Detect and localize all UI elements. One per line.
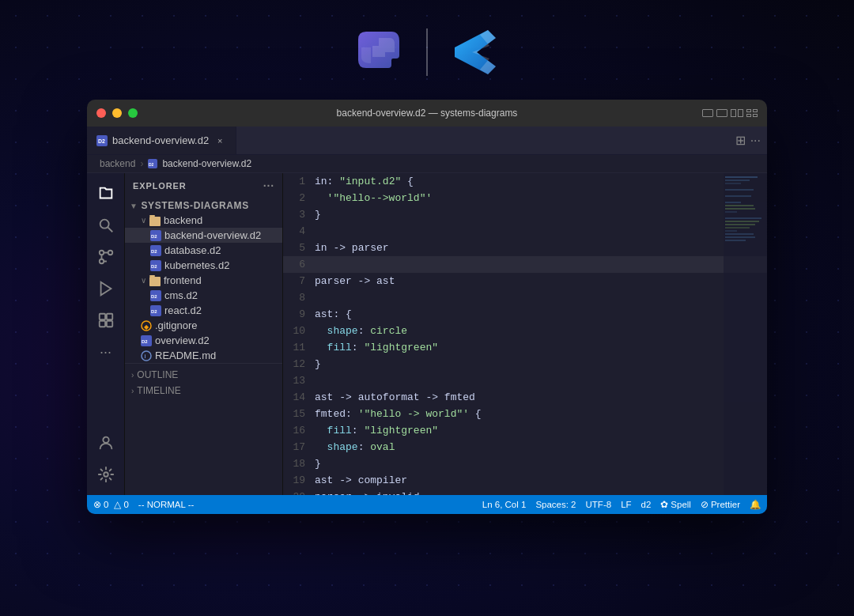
warning-icon: △ [114,499,121,510]
title-icons [702,109,758,117]
timeline-panel[interactable]: › TIMELINE [125,383,282,399]
code-line-6: 6 [283,256,767,273]
line-num-10: 10 [283,325,315,337]
logos-area [350,0,504,100]
svg-rect-16 [149,217,161,226]
activity-run[interactable] [92,274,120,303]
tab-close-button[interactable]: × [214,134,226,147]
svg-marker-9 [100,282,111,296]
svg-text:D2: D2 [151,249,157,254]
code-line-19: 19 ast -> compiler [283,472,767,489]
svg-rect-11 [106,314,111,319]
svg-text:D2: D2 [151,264,157,269]
svg-point-6 [99,251,104,255]
svg-line-5 [108,227,112,232]
spell-icon: ✿ [660,499,668,510]
extensions-icon [97,312,115,329]
file-backend-overview[interactable]: D2 backend-overview.d2 [125,228,282,243]
split-editor-button[interactable]: ⊞ [735,133,746,148]
layout-icon-3[interactable] [731,109,743,117]
close-button[interactable] [96,108,106,118]
explorer-more-button[interactable]: ··· [263,180,274,192]
status-encoding[interactable]: UTF-8 [586,500,612,509]
line-content-19: ast -> compiler [315,474,407,486]
activity-more[interactable]: ··· [92,338,120,366]
code-line-18: 18 } [283,455,767,472]
workspace-root[interactable]: ▼ SYSTEMS-DIAGRAMS [125,198,282,213]
line-num-19: 19 [283,474,315,486]
layout-icon-2[interactable] [716,109,727,117]
d2-file-icon-4: D2 [150,290,161,301]
activity-search[interactable] [92,211,120,240]
tab-bar: D2 backend-overview.d2 × ⊞ ··· [87,127,767,155]
status-spaces[interactable]: Spaces: 2 [535,500,576,509]
file-database-label: database.d2 [164,244,221,256]
status-lang[interactable]: d2 [641,500,652,509]
svg-text:◆: ◆ [144,323,149,331]
warning-count: 0 [123,500,128,509]
file-react[interactable]: D2 react.d2 [125,303,282,318]
ln-col: Ln 6, Col 1 [482,500,527,509]
code-line-7: 7 parser -> ast [283,273,767,289]
line-num-17: 17 [283,441,315,453]
breadcrumb-part-2[interactable]: backend-overview.d2 [162,158,251,169]
vim-mode: -- NORMAL -- [138,500,194,509]
active-tab[interactable]: D2 backend-overview.d2 × [87,127,236,154]
status-eol[interactable]: LF [621,500,631,509]
file-gitignore[interactable]: ◆ .gitignore [125,318,282,333]
file-overview-label: overview.d2 [155,334,210,346]
line-content-5: in -> parser [315,242,389,254]
line-num-2: 2 [283,192,315,204]
status-prettier[interactable]: ⊘ Prettier [701,499,740,510]
outline-panel[interactable]: › OUTLINE [125,367,282,383]
file-kubernetes[interactable]: D2 kubernetes.d2 [125,258,282,273]
timeline-chevron: › [131,387,134,395]
folder-frontend[interactable]: ∨ frontend [125,273,282,288]
traffic-lights [96,108,138,118]
layout-icon-4[interactable] [746,109,758,117]
svg-text:D2: D2 [151,294,157,299]
svg-rect-13 [106,321,111,327]
folder-icon [149,215,161,226]
code-line-2: 2 '"hello-->world"' [283,190,767,206]
bottom-panels: › OUTLINE › TIMELINE [125,363,282,402]
file-overview[interactable]: D2 overview.d2 [125,333,282,348]
file-readme[interactable]: i README.md [125,348,282,363]
status-position[interactable]: Ln 6, Col 1 [482,500,527,509]
code-line-17: 17 shape: oval [283,439,767,455]
svg-rect-24 [149,277,161,286]
account-icon [97,434,115,452]
d2-file-icon-6: D2 [141,335,152,346]
activity-explorer[interactable] [92,180,120,208]
status-notifications[interactable]: 🔔 [750,499,761,510]
folder-backend[interactable]: ∨ backend [125,213,282,228]
code-line-9: 9 ast: { [283,306,767,323]
line-num-18: 18 [283,458,315,470]
activity-account[interactable] [92,429,120,457]
d2-file-icon-tab: D2 [96,135,108,146]
line-num-6: 6 [283,259,315,270]
activity-source-control[interactable] [92,243,120,271]
tab-actions: ⊞ ··· [735,133,767,148]
status-errors[interactable]: ⊗ 0 △ 0 [93,499,129,510]
editor-body: D2 backend-overview.d2 × ⊞ ··· backend ›… [87,127,767,514]
breadcrumb-part-1[interactable]: backend [100,158,135,169]
line-content-1: in: "input.d2" { [315,176,414,187]
line-content-14: ast -> autoformat -> fmted [315,391,475,403]
file-database[interactable]: D2 database.d2 [125,243,282,258]
breadcrumb: backend › D2 backend-overview.d2 [87,155,767,173]
code-editor[interactable]: 1 in: "input.d2" { 2 '"hello-->world"' 3… [283,173,767,495]
status-spell[interactable]: ✿ Spell [660,499,691,510]
line-content-17: shape: oval [315,441,395,453]
svg-rect-17 [149,215,155,217]
maximize-button[interactable] [128,108,138,118]
editor-content-area: ··· EXPLORER ··· [87,173,767,495]
more-actions-button[interactable]: ··· [750,134,761,148]
layout-icon-1[interactable] [702,109,713,117]
activity-extensions[interactable] [92,306,120,334]
code-line-11: 11 fill: "lightgreen" [283,339,767,356]
minimize-button[interactable] [112,108,122,118]
file-cms[interactable]: D2 cms.d2 [125,288,282,303]
line-content-20: parser -> invalid [315,491,420,495]
activity-settings[interactable] [92,460,120,489]
